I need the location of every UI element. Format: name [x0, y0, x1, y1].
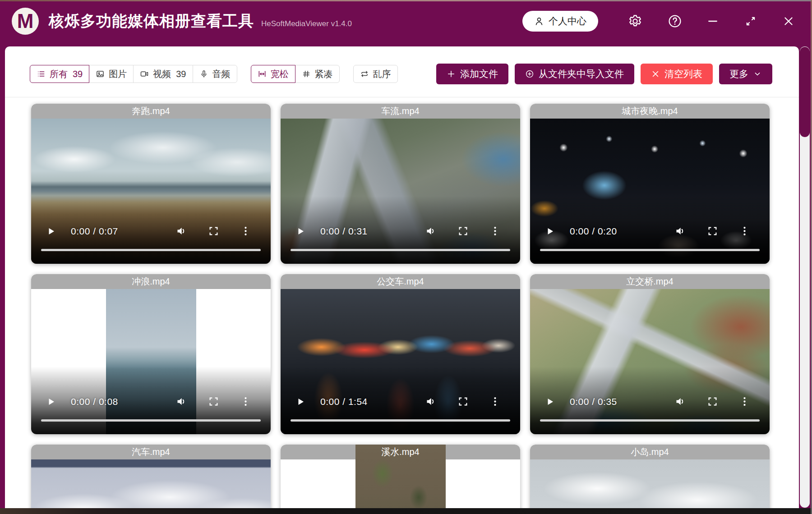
card-header: [31, 104, 271, 119]
card-header: [31, 445, 271, 459]
filter-group: 所有39图片视频39音频: [30, 65, 237, 83]
help-button[interactable]: [668, 14, 682, 28]
more-vertical-icon[interactable]: [489, 395, 501, 408]
video-thumbnail[interactable]: [530, 459, 770, 514]
card-header: [530, 274, 770, 289]
play-icon[interactable]: [295, 396, 306, 408]
filter-label: 所有: [50, 68, 68, 80]
card-header: [281, 274, 520, 289]
video-controls: 0:00 / 1:54: [295, 395, 501, 408]
fullscreen-icon[interactable]: [457, 225, 469, 237]
app-title: 核烁多功能媒体相册查看工具: [49, 11, 254, 32]
media-grid: 奔跑.mp40:00 / 0:07车流.mp40:00 / 0:31城市夜晚.m…: [5, 97, 799, 514]
fullscreen-icon[interactable]: [706, 225, 719, 237]
filter-视频[interactable]: 视频39: [133, 65, 193, 83]
maximize-button[interactable]: [744, 15, 757, 28]
user-center-button[interactable]: 个人中心: [522, 11, 598, 32]
video-controls: 0:00 / 0:35: [544, 395, 751, 408]
video-thumbnail[interactable]: [31, 459, 271, 514]
video-card: 车流.mp40:00 / 0:31: [281, 104, 520, 264]
app-logo-letter: M: [17, 10, 34, 32]
video-thumbnail[interactable]: [106, 289, 196, 434]
more-button[interactable]: 更多: [719, 64, 772, 84]
video-progress-bar[interactable]: [540, 419, 760, 422]
video-progress-bar[interactable]: [540, 249, 760, 251]
filter-label: 紧凑: [315, 68, 333, 80]
video-card: 城市夜晚.mp40:00 / 0:20: [530, 104, 770, 264]
add-files-button[interactable]: 添加文件: [436, 64, 508, 84]
more-vertical-icon[interactable]: [240, 225, 252, 237]
filter-音频[interactable]: 音频: [193, 65, 237, 83]
filter-label: 宽松: [271, 68, 289, 80]
video-thumbnail[interactable]: [281, 289, 520, 434]
layout-toggle-group: 宽松紧凑: [251, 65, 340, 83]
more-vertical-icon[interactable]: [738, 225, 751, 237]
list-icon: [37, 69, 46, 78]
video-time: 0:00 / 1:54: [320, 396, 368, 407]
mic-icon: [199, 69, 208, 78]
filter-所有[interactable]: 所有39: [30, 65, 89, 83]
layout-紧凑[interactable]: 紧凑: [295, 65, 340, 83]
volume-icon[interactable]: [425, 225, 437, 237]
volume-icon[interactable]: [175, 395, 188, 408]
video-progress-bar[interactable]: [291, 419, 510, 422]
card-header: [530, 445, 770, 459]
video-card: 溪水.mp4: [281, 445, 520, 514]
plus-icon: [447, 69, 456, 78]
play-icon[interactable]: [46, 225, 56, 237]
video-thumbnail[interactable]: [355, 445, 446, 514]
video-thumbnail[interactable]: [31, 119, 271, 264]
fullscreen-icon[interactable]: [208, 225, 220, 237]
fullscreen-icon[interactable]: [706, 395, 719, 408]
user-center-label: 个人中心: [549, 15, 586, 28]
clear-list-label: 清空列表: [664, 68, 702, 80]
more-label: 更多: [729, 68, 748, 80]
person-icon: [534, 16, 544, 26]
close-button[interactable]: [782, 15, 795, 28]
volume-icon[interactable]: [175, 225, 188, 237]
video-time: 0:00 / 0:35: [570, 396, 617, 407]
width-icon: [258, 69, 267, 78]
play-icon[interactable]: [544, 396, 555, 408]
video-card: 奔跑.mp40:00 / 0:07: [31, 104, 271, 264]
toolbar: 所有39图片视频39音频 宽松紧凑 乱序 添加文件 从文件夹中导入文件 清空列表…: [5, 46, 799, 97]
fullscreen-icon[interactable]: [457, 395, 469, 408]
more-vertical-icon[interactable]: [489, 225, 501, 237]
video-card: 冲浪.mp40:00 / 0:08: [31, 274, 271, 434]
titlebar: M 核烁多功能媒体相册查看工具 HeSoftMediaViewer v1.4.0…: [0, 0, 812, 42]
filter-图片[interactable]: 图片: [89, 65, 134, 83]
volume-icon[interactable]: [425, 395, 437, 408]
import-folder-label: 从文件夹中导入文件: [539, 68, 624, 80]
order-乱序[interactable]: 乱序: [353, 65, 398, 83]
play-icon[interactable]: [46, 396, 56, 408]
volume-icon[interactable]: [674, 225, 687, 237]
image-icon: [96, 69, 105, 78]
settings-button[interactable]: [628, 14, 642, 28]
video-thumbnail[interactable]: [530, 119, 770, 264]
play-icon[interactable]: [295, 225, 306, 237]
volume-icon[interactable]: [674, 395, 687, 408]
grid-icon: [302, 69, 311, 78]
video-progress-bar[interactable]: [41, 249, 261, 251]
video-thumbnail[interactable]: [530, 289, 770, 434]
scrollbar-track[interactable]: [800, 46, 810, 508]
filter-count-badge: 39: [73, 69, 83, 79]
scrollbar-thumb[interactable]: [800, 47, 810, 137]
filter-label: 图片: [109, 68, 127, 80]
video-card: 汽车.mp4: [31, 445, 271, 514]
video-progress-bar[interactable]: [291, 249, 510, 251]
minimize-button[interactable]: [706, 15, 719, 28]
filter-count-badge: 39: [176, 69, 186, 79]
video-thumbnail[interactable]: [281, 119, 520, 264]
toolbar-actions: 添加文件 从文件夹中导入文件 清空列表 更多: [436, 64, 772, 84]
import-folder-button[interactable]: 从文件夹中导入文件: [515, 64, 634, 84]
clear-list-button[interactable]: 清空列表: [641, 64, 713, 84]
fullscreen-icon[interactable]: [208, 395, 220, 408]
play-icon[interactable]: [544, 225, 555, 237]
video-time: 0:00 / 0:31: [320, 226, 368, 237]
more-vertical-icon[interactable]: [240, 395, 252, 408]
card-header: [530, 104, 770, 119]
video-progress-bar[interactable]: [41, 419, 261, 422]
layout-宽松[interactable]: 宽松: [251, 65, 295, 83]
more-vertical-icon[interactable]: [738, 395, 751, 408]
